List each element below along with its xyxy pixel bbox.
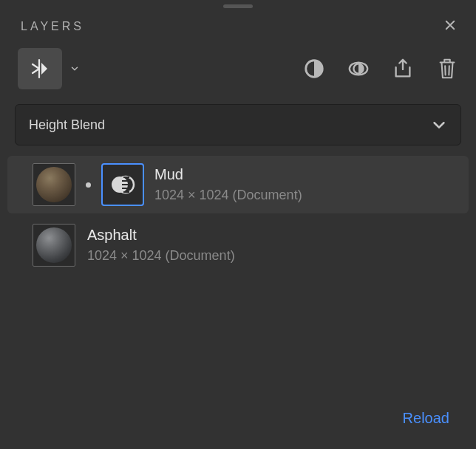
layer-thumbnail[interactable] <box>33 224 75 267</box>
link-dot-icon <box>86 182 91 188</box>
reload-link[interactable]: Reload <box>403 410 449 427</box>
panel-title: LAYERS <box>21 20 84 33</box>
effects-icon[interactable] <box>347 58 370 80</box>
close-icon[interactable] <box>443 18 457 35</box>
export-icon[interactable] <box>392 58 414 80</box>
blend-mode-value: Height Blend <box>29 117 105 133</box>
layer-row[interactable]: Asphalt 1024 × 1024 (Document) <box>0 216 476 274</box>
delete-icon[interactable] <box>436 58 458 80</box>
layer-list: Mud 1024 × 1024 (Document) Asphalt 1024 … <box>0 156 476 274</box>
layer-mask-thumbnail[interactable] <box>101 163 144 206</box>
add-layer-dropdown-icon[interactable] <box>69 64 80 74</box>
layer-thumbnail[interactable] <box>33 163 75 206</box>
layer-row[interactable]: Mud 1024 × 1024 (Document) <box>7 156 469 213</box>
add-layer-button[interactable] <box>18 48 62 89</box>
chevron-down-icon <box>431 117 447 133</box>
mask-icon[interactable] <box>303 58 325 80</box>
layer-meta: 1024 × 1024 (Document) <box>154 188 302 203</box>
blend-mode-select[interactable]: Height Blend <box>15 104 461 145</box>
toolbar <box>0 48 476 100</box>
layer-meta: 1024 × 1024 (Document) <box>87 248 235 264</box>
panel-header: LAYERS <box>0 8 476 48</box>
layer-name: Mud <box>154 166 302 183</box>
layer-name: Asphalt <box>87 227 235 244</box>
